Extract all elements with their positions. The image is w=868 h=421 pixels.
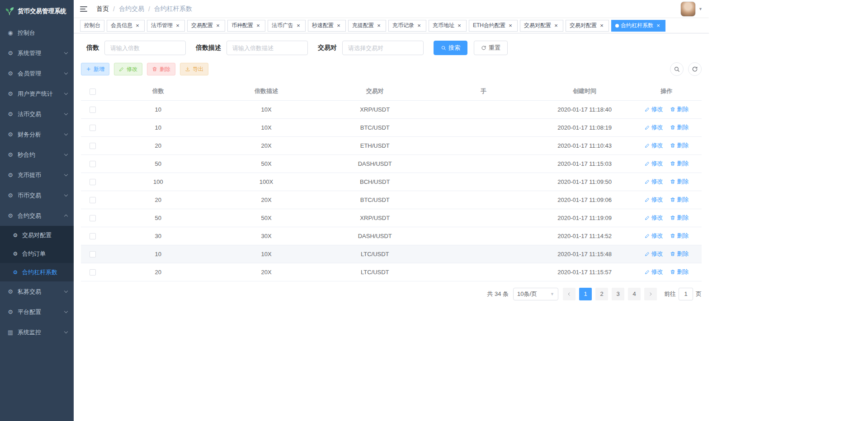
table-refresh-button[interactable] <box>688 62 702 76</box>
edit-link[interactable]: 修改 <box>645 250 663 258</box>
sidebar-subitem[interactable]: ⚙ 合约订单 <box>0 244 74 263</box>
sidebar-item[interactable]: ⚙ 法币交易 <box>0 104 74 124</box>
table-search-button[interactable] <box>670 62 684 76</box>
edit-link[interactable]: 修改 <box>645 232 663 240</box>
page-button-3[interactable]: 3 <box>612 288 624 300</box>
delete-link[interactable]: 删除 <box>670 250 689 258</box>
sidebar-item[interactable]: ◉ 控制台 <box>0 23 74 43</box>
sidebar-item[interactable]: ⚙ 合约交易 <box>0 206 74 226</box>
row-checkbox[interactable] <box>90 107 96 113</box>
page-button-1[interactable]: 1 <box>579 288 592 300</box>
delete-link[interactable]: 删除 <box>670 196 689 204</box>
breadcrumb-home[interactable]: 首页 <box>96 5 109 13</box>
close-icon[interactable]: × <box>175 23 181 29</box>
close-icon[interactable]: × <box>456 23 462 29</box>
edit-link[interactable]: 修改 <box>645 178 663 186</box>
sidebar-item[interactable]: ⚙ 财务分析 <box>0 124 74 145</box>
delete-link[interactable]: 删除 <box>670 178 689 186</box>
tab[interactable]: 会员信息 × <box>107 20 145 32</box>
delete-link[interactable]: 删除 <box>670 105 689 113</box>
sidebar-item[interactable]: ⚙ 秒合约 <box>0 145 74 165</box>
tab[interactable]: 币种配置 × <box>227 20 265 32</box>
sidebar-item[interactable]: ▥ 系统监控 <box>0 322 74 342</box>
breadcrumb-item[interactable]: 合约交易 <box>119 5 144 13</box>
avatar[interactable] <box>680 1 696 17</box>
edit-link[interactable]: 修改 <box>645 214 663 222</box>
hamburger-icon[interactable] <box>80 5 89 14</box>
delete-button[interactable]: 删除 <box>147 63 175 75</box>
user-menu[interactable]: ▼ <box>680 1 703 17</box>
row-checkbox[interactable] <box>90 179 96 185</box>
sidebar-subitem[interactable]: ⚙ 交易对配置 <box>0 226 74 244</box>
sidebar-item[interactable]: ⚙ 平台配置 <box>0 302 74 322</box>
row-checkbox[interactable] <box>90 161 96 167</box>
tab[interactable]: 法币广告 × <box>268 20 306 32</box>
multiple-desc-input[interactable] <box>226 41 308 55</box>
edit-link[interactable]: 修改 <box>645 268 663 276</box>
tab[interactable]: 充币地址 × <box>429 20 467 32</box>
close-icon[interactable]: × <box>507 23 514 29</box>
edit-link[interactable]: 修改 <box>645 141 663 150</box>
sidebar-item[interactable]: ⚙ 会员管理 <box>0 63 74 84</box>
close-icon[interactable]: × <box>416 23 422 29</box>
add-button[interactable]: 新增 <box>81 63 109 75</box>
search-button[interactable]: 搜索 <box>434 41 467 55</box>
delete-link[interactable]: 删除 <box>670 214 689 222</box>
goto-page-input[interactable] <box>679 288 693 300</box>
delete-link[interactable]: 删除 <box>670 141 689 150</box>
page-size-select[interactable]: 10条/页 ▼ <box>513 288 558 300</box>
close-icon[interactable]: × <box>655 23 661 29</box>
edit-link[interactable]: 修改 <box>645 123 663 131</box>
multiple-input[interactable] <box>104 41 186 55</box>
tab[interactable]: 充提配置 × <box>348 20 386 32</box>
next-page-button[interactable] <box>644 288 657 300</box>
row-checkbox[interactable] <box>90 269 96 276</box>
sidebar-item[interactable]: ⚙ 充币提币 <box>0 165 74 185</box>
page-button-4[interactable]: 4 <box>628 288 641 300</box>
trading-pair-select[interactable] <box>342 41 424 55</box>
close-icon[interactable]: × <box>255 23 261 29</box>
tab[interactable]: 交易对配置 × <box>520 20 563 32</box>
edit-button[interactable]: 修改 <box>114 63 142 75</box>
close-icon[interactable]: × <box>134 23 141 29</box>
sidebar-subitem[interactable]: ⚙ 合约杠杆系数 <box>0 263 74 281</box>
row-checkbox[interactable] <box>90 143 96 149</box>
delete-link[interactable]: 删除 <box>670 123 689 131</box>
select-all-checkbox[interactable] <box>90 89 96 95</box>
table-row: 30 30X DASH/USDT 2020-01-17 11:14:52 修改 … <box>81 227 702 245</box>
chevron-down-icon <box>64 152 68 156</box>
page-button-2[interactable]: 2 <box>595 288 608 300</box>
close-icon[interactable]: × <box>295 23 302 29</box>
edit-link[interactable]: 修改 <box>645 159 663 168</box>
tab[interactable]: 充币记录 × <box>388 20 426 32</box>
sidebar-item[interactable]: ⚙ 私募交易 <box>0 281 74 302</box>
row-checkbox[interactable] <box>90 233 96 239</box>
delete-link[interactable]: 删除 <box>670 268 689 276</box>
row-checkbox[interactable] <box>90 251 96 257</box>
close-icon[interactable]: × <box>376 23 382 29</box>
tab[interactable]: 交易配置 × <box>187 20 225 32</box>
delete-link[interactable]: 删除 <box>670 232 689 240</box>
edit-link[interactable]: 修改 <box>645 105 663 113</box>
close-icon[interactable]: × <box>215 23 221 29</box>
close-icon[interactable]: × <box>553 23 559 29</box>
tab[interactable]: 秒速配置 × <box>308 20 346 32</box>
row-checkbox[interactable] <box>90 215 96 221</box>
export-button[interactable]: 导出 <box>180 63 208 75</box>
tab[interactable]: 控制台 <box>80 20 104 32</box>
tab[interactable]: ETH合约配置 × <box>469 20 518 32</box>
edit-link[interactable]: 修改 <box>645 196 663 204</box>
close-icon[interactable]: × <box>599 23 605 29</box>
close-icon[interactable]: × <box>335 23 342 29</box>
row-checkbox[interactable] <box>90 125 96 131</box>
sidebar-item[interactable]: ⚙ 系统管理 <box>0 43 74 63</box>
sidebar-item[interactable]: ⚙ 币币交易 <box>0 185 74 206</box>
tab[interactable]: 合约杠杆系数 × <box>611 20 665 32</box>
delete-link[interactable]: 删除 <box>670 159 689 168</box>
reset-button[interactable]: 重置 <box>474 41 508 55</box>
tab[interactable]: 交易对配置 × <box>566 20 609 32</box>
sidebar-item[interactable]: ⚙ 用户资产统计 <box>0 84 74 104</box>
row-checkbox[interactable] <box>90 197 96 203</box>
tab[interactable]: 法币管理 × <box>147 20 185 32</box>
prev-page-button[interactable] <box>563 288 576 300</box>
